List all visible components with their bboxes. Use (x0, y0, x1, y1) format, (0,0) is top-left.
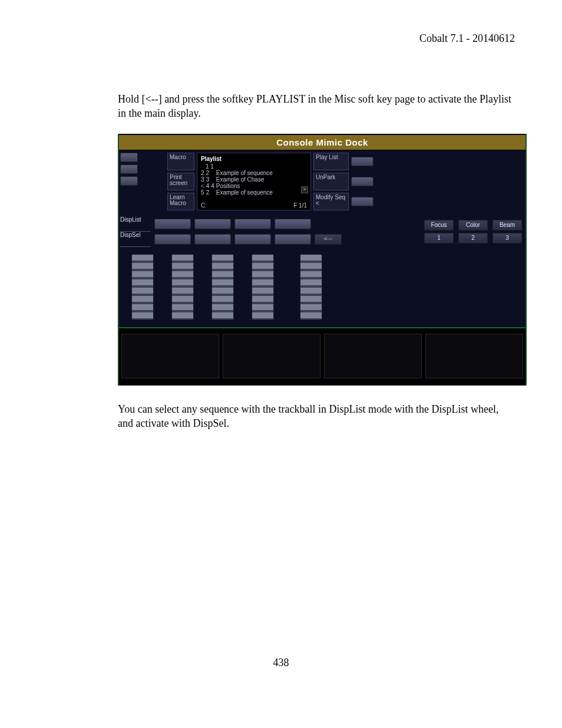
right-slot-2[interactable] (351, 177, 373, 186)
displist-slot-3[interactable] (234, 219, 271, 229)
left-slot-3[interactable] (120, 176, 138, 186)
learn-macro-key[interactable]: Learn Macro (167, 193, 194, 210)
left-slot-1[interactable] (120, 153, 138, 162)
modify-seq-key[interactable]: Modify Seq < (313, 193, 349, 210)
fader-2[interactable] (171, 254, 194, 320)
fader-1[interactable] (131, 254, 154, 320)
playlist-footer-left: C: (201, 202, 207, 209)
fader-area (119, 249, 525, 327)
color-key[interactable]: Color (458, 220, 488, 230)
playlist-current: 1 1 (201, 163, 307, 170)
page-number: 438 (0, 657, 562, 669)
fader-5[interactable] (300, 254, 322, 320)
parameter-keys: Focus Color Beam 1 2 3 (422, 219, 524, 245)
macro-key[interactable]: Macro (167, 153, 194, 170)
softkey-3[interactable] (324, 334, 422, 378)
intro-paragraph: Hold [<--] and press the softkey PLAYLIS… (118, 92, 515, 121)
focus-key[interactable]: Focus (424, 220, 454, 230)
softkey-2[interactable] (223, 334, 320, 378)
param-3-key[interactable]: 3 (492, 233, 522, 243)
dispsel-label[interactable]: DispSel (120, 232, 151, 247)
displist-slot-2[interactable] (194, 219, 231, 229)
beam-key[interactable]: Beam (492, 220, 522, 230)
softkey-row (119, 330, 525, 386)
dispsel-slot-1[interactable] (154, 234, 191, 245)
console-mimic-dock-screenshot: Console Mimic Dock Macro Print screen Le… (118, 134, 527, 386)
mimic-title-bar: Console Mimic Dock (119, 134, 525, 150)
param-1-key[interactable]: 1 (424, 233, 454, 243)
playlist-row-selected: <4 4Positions (201, 183, 275, 189)
playlist-row: 52Example of sequence (201, 189, 275, 196)
dispsel-slot-2[interactable] (194, 234, 231, 245)
unpark-key[interactable]: UnPark (313, 173, 349, 190)
playlist-row: 33Example of Chase (201, 176, 275, 183)
dispsel-slot-4[interactable] (275, 234, 311, 245)
displist-slot-4[interactable] (275, 219, 311, 229)
playlist-row: 22Example of sequence (201, 170, 275, 176)
fader-4[interactable] (252, 254, 274, 320)
softkey-4[interactable] (425, 334, 523, 378)
playlist-panel: Playlist 1 1 22Example of sequence 33Exa… (197, 153, 311, 210)
playlist-footer-right: F 1/1 (293, 202, 307, 209)
dispsel-slot-3[interactable] (234, 234, 271, 245)
page-header: Cobalt 7.1 - 20140612 (118, 32, 515, 45)
softkey-1[interactable] (121, 334, 219, 378)
fader-3[interactable] (211, 254, 234, 320)
closing-paragraph: You can select any sequence with the tra… (118, 402, 515, 431)
named-key-column: Macro Print screen Learn Macro (166, 150, 196, 213)
left-slot-2[interactable] (120, 164, 138, 174)
displist-label[interactable]: DispList (120, 216, 151, 232)
playlist-table: 22Example of sequence 33Example of Chase… (201, 170, 275, 196)
playlist-scroll-right-icon[interactable]: > (301, 186, 308, 193)
right-key-column: Play List UnPark Modify Seq < (312, 150, 377, 213)
right-slot-3[interactable] (351, 197, 373, 206)
print-screen-key[interactable]: Print screen (167, 173, 194, 190)
playlist-title: Playlist (201, 156, 307, 162)
displist-slot-1[interactable] (154, 219, 191, 229)
play-list-key[interactable]: Play List (313, 153, 349, 170)
back-arrow-key[interactable]: <--- (315, 234, 342, 245)
param-2-key[interactable]: 2 (458, 233, 488, 243)
left-key-column (119, 150, 166, 213)
right-slot-1[interactable] (351, 157, 373, 166)
